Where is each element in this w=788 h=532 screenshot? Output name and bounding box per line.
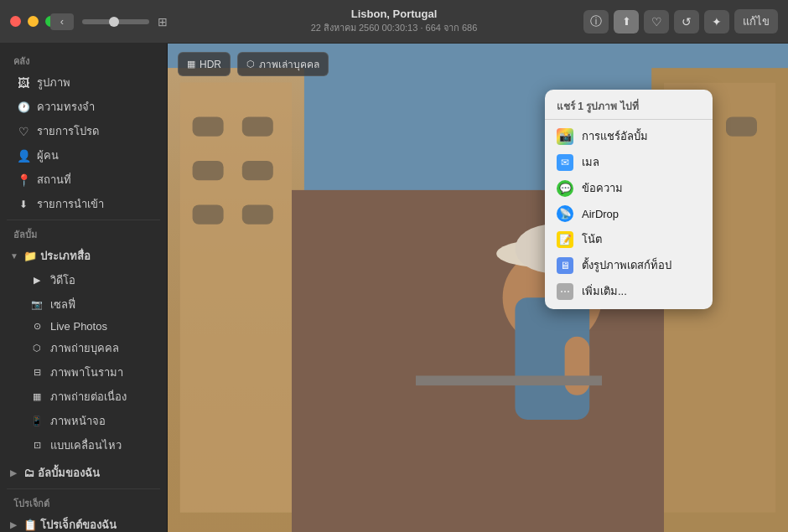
- my-projects-label: โปรเจ็กต์ของฉัน: [40, 516, 117, 532]
- sidebar-label-memories: ความทรงจำ: [37, 98, 95, 116]
- edit-button[interactable]: แก้ไข: [734, 9, 778, 34]
- window-controls[interactable]: [10, 16, 56, 27]
- my-albums-group[interactable]: ▶ 🗂 อัลบั้มของฉัน: [3, 461, 163, 485]
- sidebar-item-photos[interactable]: 🖼 รูปภาพ: [3, 70, 163, 95]
- sidebar-item-places[interactable]: 📍 สถานที่: [3, 168, 163, 192]
- close-button[interactable]: [10, 16, 21, 27]
- imports-icon: ⬇: [17, 199, 30, 210]
- sidebar-label-live: Live Photos: [50, 320, 107, 333]
- toolbar-actions: ⓘ ⬆ ♡ ↺ ✦ แก้ไข: [583, 9, 778, 34]
- photos-sharing-icon: 📸: [557, 128, 573, 145]
- share-dropdown: แชร์ 1 รูปภาพ ไปที่ 📸 การแชร์อัลบั้ม ✉ เ…: [545, 90, 713, 309]
- sidebar-item-animated[interactable]: ⊡ แบบเคลื่อนไหว: [3, 433, 163, 457]
- rotate-button[interactable]: ↺: [674, 10, 699, 34]
- people-icon: 👤: [17, 149, 30, 163]
- sidebar-label-portrait: ภาพถ่ายบุคคล: [50, 339, 119, 357]
- main-content: คลัง 🖼 รูปภาพ 🕐 ความทรงจำ ♡ รายการโปรด 👤…: [0, 44, 788, 532]
- sidebar-divider-2: [7, 488, 160, 489]
- mail-icon: ✉: [557, 154, 573, 171]
- airdrop-icon: 📡: [557, 205, 573, 222]
- sidebar-label-selfie: เซลฟี่: [50, 296, 75, 313]
- zoom-slider[interactable]: [82, 19, 149, 24]
- slider-thumb: [109, 17, 119, 27]
- sidebar-item-live[interactable]: ⊙ Live Photos: [3, 317, 163, 336]
- hdr-badge[interactable]: ▦ HDR: [178, 52, 231, 76]
- burst-icon: ▦: [30, 391, 44, 402]
- places-icon: 📍: [17, 173, 30, 187]
- dropdown-item-notes[interactable]: 📝 โน้ต: [545, 226, 713, 252]
- dropdown-item-mail[interactable]: ✉ เมล: [545, 149, 713, 175]
- dropdown-item-more[interactable]: ⋯ เพิ่มเติม...: [545, 278, 713, 304]
- sidebar-label-panorama: ภาพพาโนรามา: [50, 364, 123, 381]
- share-button[interactable]: ⬆: [614, 10, 639, 34]
- dropdown-item-airdrop[interactable]: 📡 AirDrop: [545, 201, 713, 226]
- sidebar: คลัง 🖼 รูปภาพ 🕐 ความทรงจำ ♡ รายการโปรด 👤…: [0, 44, 168, 532]
- magic-button[interactable]: ✦: [704, 10, 729, 34]
- video-icon: ▶: [30, 275, 44, 286]
- info-icon: ⓘ: [590, 14, 602, 29]
- photo-area: ▦ HDR ⬡ ภาพเล่าบุคคล แชร์ 1 รูปภาพ ไปที่…: [168, 44, 788, 532]
- minimize-button[interactable]: [28, 16, 39, 27]
- dropdown-label-mail: เมล: [582, 153, 599, 171]
- dropdown-item-wallpaper[interactable]: 🖥 ตั้งรูปภาพเดสก์ท็อป: [545, 252, 713, 278]
- rotate-icon: ↺: [682, 15, 692, 28]
- sidebar-item-favorites[interactable]: ♡ รายการโปรด: [3, 119, 163, 143]
- favorites-icon: ♡: [17, 125, 30, 138]
- sidebar-icon-myalbums: 🗂: [23, 467, 34, 479]
- my-projects-arrow-icon: ▶: [10, 520, 20, 529]
- sidebar-label-places: สถานที่: [37, 171, 71, 189]
- sidebar-label-video: วิดีโอ: [50, 271, 75, 289]
- hdr-label: HDR: [200, 59, 221, 70]
- sidebar-label-favorites: รายการโปรด: [37, 122, 99, 140]
- sidebar-label-animated: แบบเคลื่อนไหว: [50, 436, 122, 454]
- notes-icon: 📝: [557, 231, 573, 248]
- media-type-group[interactable]: ▼ 📁 ประเภทสื่อ: [3, 244, 163, 268]
- selfie-icon: 📷: [30, 299, 44, 310]
- more-icon: ⋯: [557, 283, 573, 300]
- photo-title: Lisbon, Portugal: [311, 8, 478, 20]
- dropdown-label-more: เพิ่มเติม...: [582, 282, 627, 300]
- sidebar-icon-folder: 📁: [23, 250, 37, 262]
- sidebar-item-people[interactable]: 👤 ผู้คน: [3, 143, 163, 168]
- sidebar-item-memories[interactable]: 🕐 ความทรงจำ: [3, 95, 163, 119]
- my-projects-group[interactable]: ▶ 📋 โปรเจ็กต์ของฉัน: [3, 513, 163, 532]
- photos-icon: 🖼: [17, 76, 30, 90]
- photo-toolbar: ▦ HDR ⬡ ภาพเล่าบุคคล: [178, 52, 329, 76]
- project-section-label: โปรเจ็กต์: [0, 493, 167, 513]
- heart-icon: ♡: [651, 15, 662, 28]
- sidebar-item-video[interactable]: ▶ วิดีโอ: [3, 268, 163, 292]
- hdr-icon: ▦: [187, 59, 195, 70]
- sidebar-item-selfie[interactable]: 📷 เซลฟี่: [3, 292, 163, 317]
- sidebar-item-screenshot[interactable]: 📱 ภาพหน้าจอ: [3, 409, 163, 433]
- wallpaper-icon: 🖥: [557, 257, 573, 274]
- media-type-label: ประเภทสื่อ: [40, 247, 91, 265]
- back-icon: ‹: [60, 15, 64, 28]
- dropdown-label-wallpaper: ตั้งรูปภาพเดสก์ท็อป: [582, 256, 671, 274]
- dropdown-item-messages[interactable]: 💬 ข้อความ: [545, 175, 713, 201]
- sidebar-label-photos: รูปภาพ: [37, 74, 70, 91]
- sidebar-label-burst: ภาพถ่ายต่อเนื่อง: [50, 388, 127, 405]
- dropdown-label-photos-sharing: การแชร์อัลบั้ม: [582, 127, 648, 145]
- portrait-badge-icon: ⬡: [246, 59, 255, 70]
- titlebar: ‹ ⊞ Lisbon, Portugal 22 สิงหาคม 2560 00:…: [0, 0, 788, 44]
- title-center: Lisbon, Portugal 22 สิงหาคม 2560 00:30:1…: [311, 8, 478, 35]
- info-button[interactable]: ⓘ: [583, 10, 609, 34]
- album-section-label: อัลบั้ม: [0, 224, 167, 244]
- grid-icon: ⊞: [158, 15, 168, 28]
- sidebar-item-panorama[interactable]: ⊟ ภาพพาโนรามา: [3, 360, 163, 385]
- dropdown-label-notes: โน้ต: [582, 230, 602, 248]
- portrait-badge[interactable]: ⬡ ภาพเล่าบุคคล: [237, 52, 329, 76]
- live-icon: ⊙: [30, 321, 44, 332]
- sidebar-label-people: ผู้คน: [37, 147, 59, 164]
- sidebar-label-imports: รายการนำเข้า: [37, 195, 104, 213]
- dropdown-item-photos-sharing[interactable]: 📸 การแชร์อัลบั้ม: [545, 123, 713, 149]
- favorite-button[interactable]: ♡: [644, 10, 669, 34]
- sidebar-icon-myprojects: 📋: [23, 519, 37, 531]
- sidebar-item-burst[interactable]: ▦ ภาพถ่ายต่อเนื่อง: [3, 385, 163, 409]
- dropdown-label-airdrop: AirDrop: [582, 208, 619, 220]
- sidebar-item-imports[interactable]: ⬇ รายการนำเข้า: [3, 192, 163, 216]
- back-button[interactable]: ‹: [50, 13, 74, 30]
- sidebar-item-portrait[interactable]: ⬡ ภาพถ่ายบุคคล: [3, 336, 163, 360]
- portrait-icon: ⬡: [30, 343, 44, 354]
- share-icon: ⬆: [622, 15, 631, 28]
